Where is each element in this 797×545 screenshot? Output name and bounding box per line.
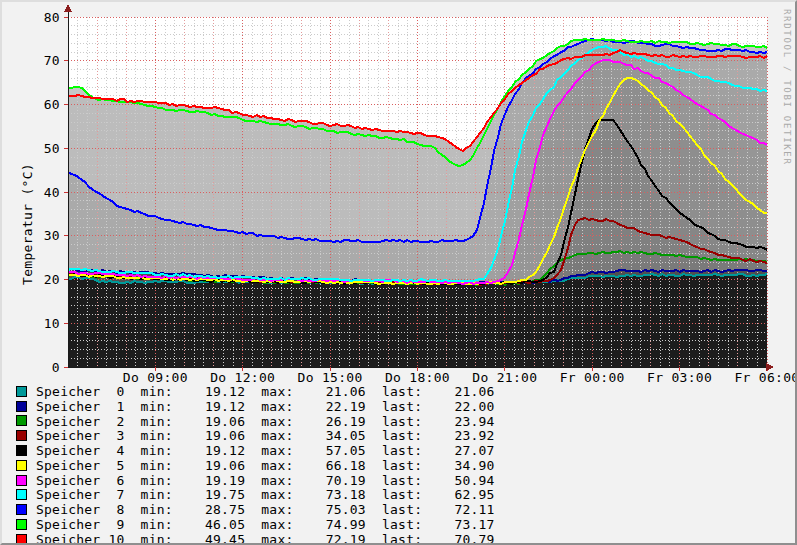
legend-row-speicher-7: Speicher 7 min: 19.75 max: 73.18 last: 6… xyxy=(16,488,495,503)
legend-row-text: Speicher 8 min: 28.75 max: 75.03 last: 7… xyxy=(36,502,495,517)
y-tick-label: 40 xyxy=(44,185,60,200)
legend-row-text: Speicher 3 min: 19.06 max: 34.05 last: 2… xyxy=(36,428,495,443)
y-tick-label: 60 xyxy=(44,97,60,112)
x-tick-label: Do 18:00 xyxy=(385,370,450,385)
legend-row-text: Speicher 6 min: 19.19 max: 70.19 last: 5… xyxy=(36,473,495,488)
legend-color-swatch xyxy=(16,460,27,471)
legend-row-speicher-5: Speicher 5 min: 19.06 max: 66.18 last: 3… xyxy=(16,458,495,473)
rrdtool-graph: 01020304050607080Do 09:00Do 12:00Do 15:0… xyxy=(0,0,797,545)
legend-row-text: Speicher 7 min: 19.75 max: 73.18 last: 6… xyxy=(36,487,495,502)
x-tick-label: Fr 03:00 xyxy=(647,370,712,385)
temperature-chart: 01020304050607080Do 09:00Do 12:00Do 15:0… xyxy=(2,2,797,386)
legend-row-text: Speicher 4 min: 19.12 max: 57.05 last: 2… xyxy=(36,443,495,458)
legend-color-swatch xyxy=(16,430,27,441)
legend-color-swatch xyxy=(16,386,27,397)
legend-row-speicher-0: Speicher 0 min: 19.12 max: 21.06 last: 2… xyxy=(16,384,495,399)
legend-color-swatch xyxy=(16,415,27,426)
legend-row-text: Speicher 0 min: 19.12 max: 21.06 last: 2… xyxy=(36,384,495,399)
x-tick-label: Do 09:00 xyxy=(123,370,188,385)
legend-row-speicher-2: Speicher 2 min: 19.06 max: 26.19 last: 2… xyxy=(16,414,495,429)
legend-row-speicher-6: Speicher 6 min: 19.19 max: 70.19 last: 5… xyxy=(16,473,495,488)
x-tick-label: Do 15:00 xyxy=(298,370,363,385)
y-tick-label: 30 xyxy=(44,228,60,243)
y-tick-label: 70 xyxy=(44,53,60,68)
legend-row-text: Speicher 10 min: 49.45 max: 72.19 last: … xyxy=(36,532,495,545)
legend-row-text: Speicher 2 min: 19.06 max: 26.19 last: 2… xyxy=(36,414,495,429)
legend-color-swatch xyxy=(16,475,27,486)
legend: Speicher 0 min: 19.12 max: 21.06 last: 2… xyxy=(16,384,495,545)
y-axis-arrow-icon xyxy=(64,4,72,12)
y-tick-label: 10 xyxy=(44,316,60,331)
x-tick-label: Fr 00:00 xyxy=(560,370,625,385)
watermark: RRDTOOL / TOBI OETIKER xyxy=(782,9,792,166)
legend-color-swatch xyxy=(16,504,27,515)
legend-row-speicher-10: Speicher 10 min: 49.45 max: 72.19 last: … xyxy=(16,532,495,545)
x-tick-label: Do 12:00 xyxy=(210,370,275,385)
legend-color-swatch xyxy=(16,489,27,500)
legend-color-swatch xyxy=(16,445,27,456)
legend-row-speicher-3: Speicher 3 min: 19.06 max: 34.05 last: 2… xyxy=(16,428,495,443)
legend-color-swatch xyxy=(16,519,27,530)
x-tick-label: Fr 06:00 xyxy=(734,370,797,385)
legend-color-swatch xyxy=(16,401,27,412)
legend-row-speicher-1: Speicher 1 min: 19.12 max: 22.19 last: 2… xyxy=(16,399,495,414)
legend-row-text: Speicher 1 min: 19.12 max: 22.19 last: 2… xyxy=(36,399,495,414)
y-tick-label: 20 xyxy=(44,272,60,287)
legend-color-swatch xyxy=(16,534,27,545)
x-tick-label: Do 21:00 xyxy=(472,370,537,385)
y-tick-label: 50 xyxy=(44,141,60,156)
y-axis-title: Temperatur (°C) xyxy=(20,163,35,285)
y-tick-label: 80 xyxy=(44,10,60,25)
legend-row-speicher-4: Speicher 4 min: 19.12 max: 57.05 last: 2… xyxy=(16,443,495,458)
legend-row-speicher-8: Speicher 8 min: 28.75 max: 75.03 last: 7… xyxy=(16,502,495,517)
legend-row-text: Speicher 9 min: 46.05 max: 74.99 last: 7… xyxy=(36,517,495,532)
y-tick-label: 0 xyxy=(52,360,60,375)
legend-row-text: Speicher 5 min: 19.06 max: 66.18 last: 3… xyxy=(36,458,495,473)
legend-row-speicher-9: Speicher 9 min: 46.05 max: 74.99 last: 7… xyxy=(16,517,495,532)
